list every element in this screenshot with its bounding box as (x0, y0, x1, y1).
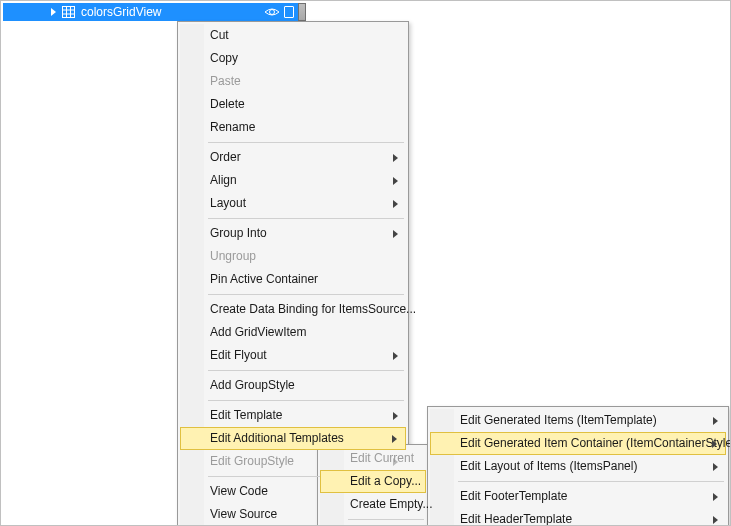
submenu-arrow-icon (393, 412, 398, 420)
menu-copy[interactable]: Copy (180, 47, 406, 70)
menu-layout-of-items[interactable]: Edit Layout of Items (ItemsPanel) (430, 455, 726, 478)
submenu-arrow-icon (393, 154, 398, 162)
menu-delete[interactable]: Delete (180, 93, 406, 116)
gridview-icon (62, 6, 75, 18)
separator (348, 519, 424, 520)
submenu-additional-templates: Edit Generated Items (ItemTemplate) Edit… (427, 406, 729, 526)
menu-add-groupstyle[interactable]: Add GroupStyle (180, 374, 406, 397)
submenu-arrow-icon (392, 435, 397, 443)
menu-generated-item-container[interactable]: Edit Generated Item Container (ItemConta… (430, 432, 726, 455)
separator (208, 370, 404, 371)
menu-align[interactable]: Align (180, 169, 406, 192)
menu-item-label: Edit Generated Items (ItemTemplate) (460, 413, 657, 427)
menu-edit-a-copy[interactable]: Edit a Copy... (320, 470, 426, 493)
menu-item-label: Edit Template (210, 408, 283, 422)
lock-icon[interactable] (284, 6, 294, 18)
submenu-arrow-icon (393, 200, 398, 208)
visibility-icon[interactable] (264, 6, 280, 18)
menu-item-label: Edit Generated Item Container (ItemConta… (460, 436, 731, 450)
menu-item-label: Layout (210, 196, 246, 210)
menu-item-label: Edit Flyout (210, 348, 267, 362)
menu-header-template[interactable]: Edit HeaderTemplate (430, 508, 726, 526)
menu-order[interactable]: Order (180, 146, 406, 169)
menu-cut[interactable]: Cut (180, 24, 406, 47)
tree-node-selected[interactable]: colorsGridView (3, 3, 298, 21)
expand-icon (51, 8, 56, 16)
menu-item-label: Edit HeaderTemplate (460, 512, 572, 526)
menu-generated-items[interactable]: Edit Generated Items (ItemTemplate) (430, 409, 726, 432)
menu-edit-template[interactable]: Edit Template (180, 404, 406, 427)
menu-item-label: Edit FooterTemplate (460, 489, 567, 503)
submenu-arrow-icon (393, 230, 398, 238)
menu-item-label: Edit Layout of Items (ItemsPanel) (460, 459, 637, 473)
menu-footer-template[interactable]: Edit FooterTemplate (430, 485, 726, 508)
submenu-arrow-icon (713, 463, 718, 471)
submenu-arrow-icon (713, 493, 718, 501)
tree-node-label: colorsGridView (81, 5, 161, 19)
menu-rename[interactable]: Rename (180, 116, 406, 139)
separator (208, 218, 404, 219)
separator (208, 294, 404, 295)
menu-paste: Paste (180, 70, 406, 93)
menu-ungroup: Ungroup (180, 245, 406, 268)
menu-item-label: Edit Additional Templates (210, 431, 344, 445)
menu-item-label: Order (210, 150, 241, 164)
svg-rect-0 (63, 7, 75, 18)
menu-pin-active[interactable]: Pin Active Container (180, 268, 406, 291)
menu-create-empty[interactable]: Create Empty... (320, 493, 426, 516)
svg-point-5 (270, 10, 275, 15)
submenu-arrow-icon (393, 177, 398, 185)
separator (208, 400, 404, 401)
submenu-arrow-icon (393, 352, 398, 360)
submenu-arrow-icon (712, 440, 717, 448)
submenu-template-actions: Edit Current Edit a Copy... Create Empty… (317, 444, 429, 526)
menu-add-gridviewitem[interactable]: Add GridViewItem (180, 321, 406, 344)
submenu-arrow-icon (713, 516, 718, 524)
panel-splitter[interactable] (298, 3, 306, 21)
menu-edit-flyout[interactable]: Edit Flyout (180, 344, 406, 367)
menu-group-into[interactable]: Group Into (180, 222, 406, 245)
menu-item-label: Group Into (210, 226, 267, 240)
menu-data-binding[interactable]: Create Data Binding for ItemsSource... (180, 298, 406, 321)
menu-layout[interactable]: Layout (180, 192, 406, 215)
separator (458, 481, 724, 482)
submenu-arrow-icon (713, 417, 718, 425)
menu-item-label: Edit GroupStyle (210, 454, 294, 468)
menu-item-label: Align (210, 173, 237, 187)
separator (208, 142, 404, 143)
menu-edit-current: Edit Current (320, 447, 426, 470)
